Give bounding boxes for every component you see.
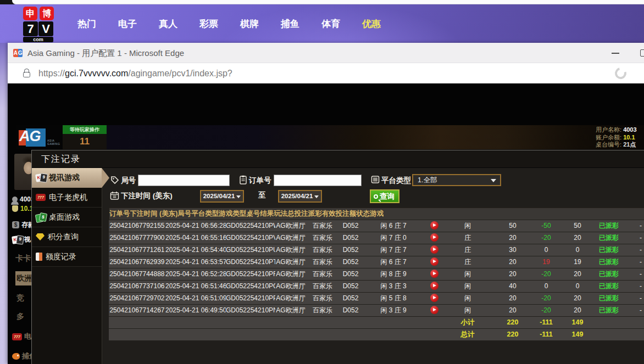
document-icon <box>36 253 42 261</box>
calendar-icon <box>110 191 119 200</box>
cell-replay <box>425 256 443 268</box>
date-to-select[interactable]: 2025/04/21 <box>278 190 322 203</box>
cell-platform: AG欧洲厅 <box>275 268 306 280</box>
maximize-button[interactable] <box>640 49 644 57</box>
nav-item[interactable]: 优惠 <box>351 17 392 31</box>
play-icon <box>433 284 436 287</box>
site-logo[interactable]: 申 博 7 V com <box>23 7 54 42</box>
favicon-g: G <box>18 49 23 57</box>
cell-bet-time: 2025-04-21 06:49:50 <box>165 305 226 316</box>
cell-table-no: D052 <box>339 293 362 304</box>
column-header: 派彩 <box>308 208 322 220</box>
nav-item[interactable]: 电子 <box>107 17 148 31</box>
nav-item[interactable]: 真人 <box>148 17 188 31</box>
grand-total-total-bet: 220 <box>492 329 534 340</box>
lobby-tab-duo[interactable]: 多 <box>16 312 24 322</box>
sidebar-item-points-query[interactable]: 积分查询 <box>32 227 102 247</box>
play-video-button[interactable] <box>430 306 438 314</box>
site-logo-badges: 申 博 <box>23 7 54 20</box>
cell-game-type: 百家乐 <box>306 232 339 244</box>
play-icon <box>433 272 436 275</box>
nav-item[interactable]: 棋牌 <box>229 17 270 31</box>
edge-urlbar[interactable]: https://gci.7vvvvvv.com/agingame/pcv1/in… <box>8 63 644 83</box>
sidebar-item-video-games[interactable]: 视讯游戏 <box>32 168 102 188</box>
cards-icon <box>36 173 46 182</box>
cell-valid-bet: 0 <box>559 281 596 292</box>
date-from-select[interactable]: 2025/04/21 <box>200 190 244 203</box>
url-scheme: https:// <box>38 69 65 78</box>
cell-total-bet: 40 <box>492 281 534 292</box>
play-video-button[interactable] <box>430 282 438 290</box>
minimize-button[interactable] <box>603 43 628 63</box>
cell-order-no: 250421067771261 <box>109 244 165 256</box>
cell-valid-bet: 19 <box>559 256 596 268</box>
player-balance-row: 10.1 <box>12 205 33 212</box>
play-video-button[interactable] <box>430 257 438 266</box>
url-path: /agingame/pcv1/index.jsp? <box>128 69 232 78</box>
subtotal-valid-bet: 149 <box>559 317 596 328</box>
column-header: 桌号 <box>246 208 260 220</box>
sidebar-item-table-games[interactable]: 桌面游戏 <box>32 208 102 227</box>
cell-total-bet: 30 <box>492 244 534 256</box>
cell-total-bet: 20 <box>492 268 534 280</box>
table-row: 250421067714267 2025-04-21 06:49:50 GD05… <box>109 304 644 316</box>
account-table-value: 21点 <box>623 141 636 148</box>
cell-total-bet: 20 <box>492 305 534 316</box>
cell-table-no: D052 <box>339 244 362 256</box>
table-row: 250421067729702 2025-04-21 06:51:09 GD05… <box>109 292 644 304</box>
cell-payout: -20 <box>534 232 559 244</box>
lobby-tab-jing[interactable]: 竞 <box>16 293 24 303</box>
cell-replay <box>425 232 443 244</box>
play-video-button[interactable] <box>430 233 438 242</box>
slot-777-icon: 777 <box>12 333 22 340</box>
cell-status: 已派彩 <box>596 281 621 292</box>
sidebar-item-credit-records[interactable]: 额度记录 <box>32 247 102 267</box>
subtotal-payout: -111 <box>534 317 559 328</box>
url-text[interactable]: https://gci.7vvvvvv.com/agingame/pcv1/in… <box>38 63 232 83</box>
account-info: 用户名称: 4003 账户余额: 10.1 桌台编号: 21点 <box>596 126 644 149</box>
nav-item[interactable]: 捕鱼 <box>270 17 310 31</box>
nav-item[interactable]: 热门 <box>66 17 107 31</box>
play-video-button[interactable] <box>430 270 438 278</box>
sidebar-item-label: 额度记录 <box>46 252 76 262</box>
cell-platform: AG欧洲厅 <box>275 281 306 292</box>
subtotal-total-bet: 220 <box>492 317 534 328</box>
round-no-input[interactable] <box>138 175 230 186</box>
cell-payout: -20 <box>534 305 559 316</box>
sidebar-item-slots[interactable]: 777 电子老虎机 <box>32 188 102 208</box>
site-logo-badge: 博 <box>40 7 54 20</box>
lobby-tab-kaka[interactable]: 卡卡 <box>15 254 31 264</box>
table-status-panel: 等待玩家操作 11 <box>63 125 107 149</box>
play-video-button[interactable] <box>430 294 438 302</box>
sidebar-item-label: 积分查询 <box>48 232 79 242</box>
cell-round-no: GD052254210PN <box>226 305 275 316</box>
cell-game: - <box>621 293 644 304</box>
cell-result: 闲 3 庄 9 <box>362 305 425 316</box>
lock-icon[interactable] <box>23 72 30 77</box>
platform-type-select[interactable]: 1.全部 <box>412 174 501 186</box>
cell-order-no: 250421067762939 <box>109 256 165 268</box>
account-table-label: 桌台编号: <box>596 141 621 148</box>
order-no-input[interactable] <box>274 175 362 186</box>
countdown-value: 11 <box>63 134 107 149</box>
favicon-a: A <box>13 49 18 57</box>
column-header: 游戏 <box>370 208 384 220</box>
screen: 热门 电子 真人 彩票 棋牌 捕鱼 体育 优惠 申 博 7 V co <box>0 0 644 364</box>
play-video-button[interactable] <box>430 245 438 254</box>
site-logo-7v: 7 V <box>23 21 54 36</box>
cell-round-no: GD052254210PP <box>226 293 275 304</box>
video-menu-item[interactable]: 视 <box>12 235 31 244</box>
cell-valid-bet: 20 <box>559 232 596 244</box>
bet-records-table: 订单号下注时间 (美东)局号平台类型游戏类型桌号结果玩法总投注派彩有效投注额状态… <box>109 208 644 341</box>
nav-item[interactable]: 体育 <box>310 17 351 31</box>
cell-play-method: 闲 <box>443 220 492 232</box>
search-button[interactable]: 查询 <box>370 189 399 203</box>
money-bag-icon <box>12 205 18 212</box>
ag-logo-text: AG <box>19 128 41 145</box>
play-video-button[interactable] <box>430 221 438 229</box>
edge-titlebar[interactable]: A G Asia Gaming - 用户配置 1 - Microsoft Edg… <box>8 43 644 63</box>
nav-item[interactable]: 彩票 <box>188 17 229 31</box>
page-loading-spinner-icon[interactable] <box>613 65 629 81</box>
green-cards-icon <box>36 213 46 222</box>
search-icon <box>374 194 378 199</box>
